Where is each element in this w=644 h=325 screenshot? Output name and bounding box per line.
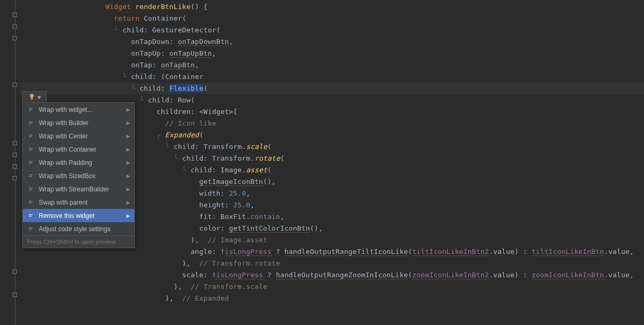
menu-label: Wrap with SizedBox — [39, 172, 126, 180]
code-line: onTapUp: onTapUpBtn, — [20, 48, 644, 59]
chevron-right-icon: ▶ — [126, 107, 130, 112]
code-line: return Container( — [20, 13, 644, 24]
intention-bulb-button[interactable]: ▼ — [22, 91, 47, 103]
menu-item-wrap-sizedbox[interactable]: Wrap with SizedBox ▶ — [23, 169, 134, 182]
code-line: ), // Transform.rotate — [20, 258, 644, 269]
fold-marker-icon[interactable]: - — [13, 13, 17, 17]
fold-marker-icon[interactable]: - — [13, 153, 17, 157]
menu-label: Wrap with StreamBuilder — [39, 186, 126, 193]
fold-marker-icon[interactable]: - — [13, 141, 17, 145]
chevron-right-icon: ▶ — [126, 187, 130, 192]
fold-marker-icon[interactable]: - — [13, 269, 17, 274]
fold-marker-icon[interactable]: - — [13, 24, 17, 29]
svg-rect-0 — [31, 99, 33, 99]
menu-label: Wrap with widget... — [39, 106, 126, 113]
menu-label: Remove this widget — [39, 212, 126, 219]
wrench-icon — [27, 119, 36, 127]
menu-item-wrap-streambuilder[interactable]: Wrap with StreamBuilder ▶ — [23, 182, 134, 196]
code-line: Widget renderBtnLike() { — [20, 1, 644, 13]
fold-marker-icon[interactable]: - — [13, 164, 17, 169]
code-line: ), // Expanded — [20, 293, 644, 304]
menu-item-adjust-code-style[interactable]: Adjust code style settings — [23, 222, 134, 235]
menu-item-wrap-widget[interactable]: Wrap with widget... ▶ — [23, 103, 134, 116]
code-line: ), // Transform.scale — [20, 281, 644, 293]
menu-label: Adjust code style settings — [39, 225, 130, 233]
line-gutter — [0, 0, 13, 325]
menu-item-wrap-builder[interactable]: Wrap with Builder ▶ — [23, 116, 134, 129]
chevron-right-icon: ▶ — [126, 134, 130, 139]
menu-item-wrap-center[interactable]: Wrap with Center ▶ — [23, 129, 134, 143]
wrench-icon — [27, 145, 36, 154]
menu-label: Wrap with Container — [39, 146, 126, 153]
wrench-icon — [27, 225, 36, 233]
wrench-icon — [27, 159, 36, 167]
chevron-right-icon: ▶ — [126, 173, 130, 179]
intention-menu: Wrap with widget... ▶ Wrap with Builder … — [22, 102, 135, 248]
menu-item-wrap-container[interactable]: Wrap with Container ▶ — [23, 143, 134, 156]
fold-marker-icon[interactable]: - — [13, 83, 17, 87]
code-line: scale: !isLongPress ? handleOutputRangeZ… — [20, 269, 644, 281]
chevron-right-icon: ▶ — [126, 160, 130, 165]
wrench-icon — [27, 132, 36, 140]
menu-footer-hint: Press Ctrl+Shift+I to open preview — [23, 235, 134, 248]
menu-label: Wrap with Builder — [39, 119, 126, 127]
menu-item-remove-widget[interactable]: Remove this widget ▶ — [23, 209, 134, 222]
chevron-right-icon: ▶ — [126, 120, 130, 126]
menu-label: Wrap with Center — [39, 133, 126, 140]
lightbulb-icon — [28, 93, 36, 101]
code-line: onTapDown: onTapDownBtn, — [20, 36, 644, 48]
chevron-right-icon: ▶ — [126, 200, 130, 205]
code-line: └ child: (Container — [20, 71, 644, 83]
menu-label: Wrap with Padding — [39, 159, 126, 166]
fold-marker-icon[interactable]: - — [13, 293, 17, 297]
wrench-icon — [27, 198, 36, 207]
code-line-current: └ child: Flexible( — [20, 83, 644, 94]
chevron-down-icon: ▼ — [38, 94, 41, 100]
chevron-right-icon: ▶ — [126, 147, 130, 152]
fold-marker-icon[interactable]: - — [13, 176, 17, 180]
svg-rect-1 — [31, 99, 33, 100]
menu-label: Swap with parent — [39, 199, 126, 206]
code-line: └ child: GestureDetector( — [20, 24, 644, 36]
wrench-icon — [27, 106, 36, 114]
wrench-icon — [27, 185, 36, 194]
code-line: onTap: onTapBtn, — [20, 59, 644, 71]
wrench-icon — [27, 172, 36, 180]
chevron-right-icon: ▶ — [126, 213, 130, 218]
fold-marker-icon[interactable]: - — [13, 36, 17, 40]
menu-item-swap-parent[interactable]: Swap with parent ▶ — [23, 196, 134, 209]
menu-item-wrap-padding[interactable]: Wrap with Padding ▶ — [23, 156, 134, 169]
fold-bar: - - - - - - - - - - — [13, 0, 20, 325]
wrench-icon — [27, 212, 36, 220]
